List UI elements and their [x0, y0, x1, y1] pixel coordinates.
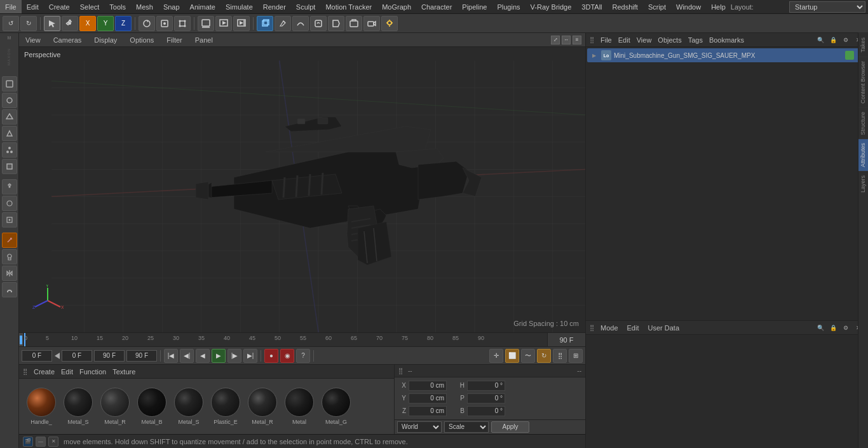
tool-magnet-btn[interactable] — [2, 282, 17, 297]
viewport-filter-btn[interactable]: Filter — [164, 36, 184, 44]
camera-btn[interactable] — [363, 16, 380, 31]
coord-b-rot[interactable] — [467, 406, 505, 416]
undo-btn[interactable]: ↺ — [3, 16, 19, 31]
coord-apply-btn[interactable]: Apply — [491, 421, 529, 433]
attr-edit-btn[interactable]: Edit — [625, 323, 642, 332]
layout-select[interactable]: Startup — [789, 1, 865, 13]
obj-file-btn[interactable]: File — [600, 36, 612, 44]
tool-knife-btn[interactable] — [2, 233, 17, 248]
attr-mode-btn[interactable]: Mode — [598, 323, 621, 332]
transport-fcurve-btn[interactable]: 〜 — [521, 349, 535, 363]
coord-y-pos[interactable] — [409, 393, 447, 404]
obj-objects-btn[interactable]: Objects — [658, 36, 681, 44]
transport-move-btn[interactable]: ✛ — [489, 349, 503, 363]
transport-key-btn[interactable]: ⬜ — [505, 349, 519, 363]
transport-go-end-btn[interactable]: ▶| — [243, 349, 257, 363]
object-list[interactable]: ▶ Lo Mini_Submachine_Gun_SMG_SIG_SAUER_M… — [586, 47, 868, 320]
material-item-0[interactable]: Metal_S — [61, 388, 95, 425]
transport-auto-key-btn[interactable]: ◉ — [280, 349, 294, 363]
material-item-5[interactable]: Metal_R — [245, 388, 280, 425]
status-close-btn[interactable]: ✕ — [48, 437, 58, 447]
transport-loop-btn[interactable]: ↻ — [537, 349, 551, 363]
menu-select[interactable]: Select — [75, 0, 105, 13]
material-item-2[interactable]: Metal_B — [135, 388, 169, 425]
menu-pipeline[interactable]: Pipeline — [457, 0, 492, 13]
mode-texture-btn[interactable] — [2, 93, 17, 108]
tool-scale-btn[interactable] — [2, 212, 17, 227]
obj-lock-icon[interactable]: 🔒 — [827, 34, 839, 46]
transport-play-back-btn[interactable]: ◀ — [196, 349, 210, 363]
obj-search-icon[interactable]: 🔍 — [815, 34, 826, 46]
menu-render[interactable]: Render — [258, 0, 291, 13]
menu-file[interactable]: File — [0, 0, 22, 13]
obj-view-btn[interactable]: View — [637, 36, 652, 44]
timeline-ruler[interactable]: 0 5 10 15 20 25 30 35 40 45 50 55 60 65 … — [19, 332, 585, 346]
menu-mograph[interactable]: MoGraph — [377, 0, 416, 13]
timeline-numbers[interactable]: 0 5 10 15 20 25 30 35 40 45 50 55 60 65 … — [23, 333, 547, 346]
transport-snap-btn[interactable]: ⊞ — [569, 349, 583, 363]
render-region-btn[interactable] — [198, 16, 214, 31]
viewport-display-btn[interactable]: Display — [92, 36, 119, 44]
tool-move-btn[interactable] — [2, 179, 17, 194]
viewport-options-btn[interactable]: Options — [127, 36, 156, 44]
vtab-takes[interactable]: Takes — [858, 33, 868, 57]
scene-btn[interactable] — [346, 16, 362, 31]
menu-snap[interactable]: Snap — [158, 0, 185, 13]
menu-create[interactable]: Create — [44, 0, 75, 13]
mode-poly-btn[interactable] — [2, 159, 17, 174]
menu-window[interactable]: Window — [671, 0, 706, 13]
transform-btn[interactable] — [174, 16, 191, 31]
status-min-btn[interactable]: — — [36, 437, 46, 447]
transport-help-btn[interactable]: ? — [296, 349, 310, 363]
coord-world-select[interactable]: World — [397, 421, 442, 433]
attr-userdata-btn[interactable]: User Data — [646, 323, 682, 332]
obj-bookmarks-btn[interactable]: Bookmarks — [709, 36, 744, 44]
viewport-cameras-btn[interactable]: Cameras — [51, 36, 85, 44]
obj-settings-icon[interactable]: ⚙ — [840, 34, 851, 46]
mode-edge-btn[interactable] — [2, 126, 17, 141]
menu-plugins[interactable]: Plugins — [492, 0, 525, 13]
tag-btn[interactable] — [328, 16, 344, 31]
material-item-handle[interactable]: Handle_ — [24, 388, 58, 425]
coord-x-pos[interactable] — [409, 381, 447, 391]
menu-edit[interactable]: Edit — [22, 0, 44, 13]
material-item-7[interactable]: Metal_G — [319, 388, 353, 425]
object-expand-gun[interactable]: ▶ — [590, 51, 599, 60]
transport-current-frame[interactable] — [22, 350, 52, 362]
coord-z-pos[interactable] — [409, 406, 447, 416]
coord-h-rot[interactable] — [467, 381, 505, 391]
pen-btn[interactable] — [275, 16, 291, 31]
material-item-1[interactable]: Metal_R — [98, 388, 132, 425]
transport-grid-btn[interactable]: ⣿ — [553, 349, 567, 363]
viewport-canvas[interactable]: Perspective Grid Spacing : 10 cm X Y Z — [19, 47, 585, 332]
spline-btn[interactable] — [292, 16, 309, 31]
menu-mesh[interactable]: Mesh — [131, 0, 158, 13]
scale-btn[interactable] — [156, 16, 173, 31]
mode-uv-btn[interactable] — [2, 109, 17, 125]
tool-paint-btn[interactable] — [2, 249, 17, 264]
transport-start-frame[interactable] — [62, 350, 92, 362]
scale-z-btn[interactable]: Z — [115, 16, 132, 31]
obj-edit-btn[interactable]: Edit — [618, 36, 630, 44]
menu-animate[interactable]: Animate — [185, 0, 220, 13]
vtab-attributes[interactable]: Attributes — [858, 139, 868, 171]
transport-end-frame-2[interactable] — [126, 350, 157, 362]
tool-rotate-btn[interactable] — [2, 196, 17, 211]
render-preview-btn[interactable] — [215, 16, 232, 31]
coord-scale-select[interactable]: Scale — [444, 421, 489, 433]
redo-btn[interactable]: ↻ — [20, 16, 37, 31]
menu-3dtall[interactable]: 3DTAll — [576, 0, 607, 13]
transport-record-btn[interactable]: ● — [264, 349, 278, 363]
material-texture-btn[interactable]: Texture — [112, 368, 135, 376]
menu-redshift[interactable]: Redshift — [607, 0, 643, 13]
attr-settings-icon[interactable]: ⚙ — [840, 322, 851, 334]
attr-search-icon[interactable]: 🔍 — [815, 322, 826, 334]
mode-point-btn[interactable] — [2, 142, 17, 158]
vtab-structure[interactable]: Structure — [858, 107, 868, 139]
material-function-btn[interactable]: Function — [79, 368, 106, 376]
obj-tags-btn[interactable]: Tags — [688, 36, 703, 44]
material-item-4[interactable]: Plastic_E — [208, 388, 243, 425]
transport-step-back-btn[interactable]: ◀| — [180, 349, 194, 363]
transport-play-btn[interactable]: ▶ — [212, 349, 226, 363]
material-edit-btn[interactable]: Edit — [61, 368, 73, 376]
